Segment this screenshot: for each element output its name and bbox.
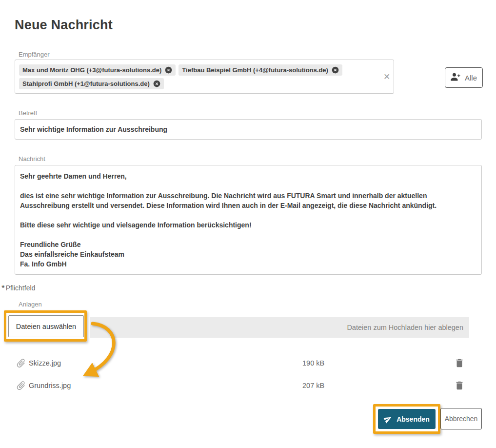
recipient-chip-label: Tiefbau Beispiel GmbH (+4@futura-solutio… <box>182 66 328 74</box>
attachment-size: 190 kB <box>302 359 324 367</box>
recipients-field[interactable]: Max und Moritz OHG (+3@futura-solutions.… <box>15 60 394 94</box>
paperclip-icon <box>16 380 26 393</box>
required-asterisk: * <box>1 284 5 293</box>
clear-recipients-icon[interactable]: ✕ <box>382 72 392 82</box>
required-text: Pflichtfeld <box>6 284 36 292</box>
delete-attachment-icon[interactable] <box>454 358 465 370</box>
recipient-chip-label: Stahlprofi GmbH (+1@futura-solutions.de) <box>22 80 150 87</box>
recipient-chip-label: Max und Moritz OHG (+3@futura-solutions.… <box>22 66 161 74</box>
dropzone-hint: Dateien zum Hochladen hier ablegen <box>347 324 463 331</box>
chip-remove-icon[interactable] <box>153 80 160 87</box>
recipient-chip: Tiefbau Beispiel GmbH (+4@futura-solutio… <box>179 64 342 76</box>
message-label: Nachricht <box>19 155 45 163</box>
message-textarea[interactable]: Sehr geehrte Damen und Herren, dies ist … <box>15 165 482 275</box>
delete-attachment-icon[interactable] <box>454 380 465 393</box>
attachment-name: Skizze.jpg <box>29 359 61 367</box>
attachment-size: 207 kB <box>302 382 324 389</box>
add-all-recipients-button[interactable]: Alle <box>445 67 483 88</box>
attachment-row: Skizze.jpg 190 kB <box>15 357 473 370</box>
send-icon <box>384 415 392 423</box>
page-title: Neue Nachricht <box>15 18 113 33</box>
annotation-arrow <box>71 317 134 383</box>
send-button[interactable]: Absenden <box>378 409 436 429</box>
recipients-label: Empfänger <box>19 51 50 58</box>
attachments-label: Anlagen <box>19 301 42 308</box>
recipient-chip: Stahlprofi GmbH (+1@futura-solutions.de) <box>19 78 164 89</box>
attachment-row: Grundriss.jpg 207 kB <box>15 379 473 393</box>
recipient-chip: Max und Moritz OHG (+3@futura-solutions.… <box>19 64 176 76</box>
attachment-name: Grundriss.jpg <box>29 382 71 389</box>
subject-label: Betreff <box>19 109 37 117</box>
chip-remove-icon[interactable] <box>332 66 339 74</box>
send-button-label: Absenden <box>397 415 430 423</box>
subject-input[interactable] <box>15 119 482 140</box>
add-all-recipients-label: Alle <box>465 74 477 82</box>
paperclip-icon <box>16 358 26 370</box>
required-field-note: *Pflichtfeld <box>1 284 35 293</box>
person-add-icon <box>451 72 461 83</box>
cancel-button[interactable]: Abbrechen <box>440 408 482 429</box>
chip-remove-icon[interactable] <box>165 66 172 74</box>
file-dropzone[interactable]: Dateien zum Hochladen hier ablegen <box>90 317 469 338</box>
